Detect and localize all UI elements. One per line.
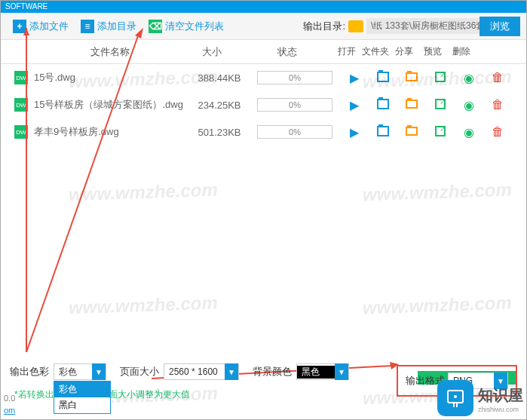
bottom-link[interactable]: om [4, 406, 15, 415]
clear-icon: ⌫ [149, 20, 162, 33]
file-thumb-icon: DW [14, 125, 28, 139]
chevron-down-icon[interactable]: ▼ [92, 363, 106, 380]
output-path: \纸 133套\厨房橱柜图纸36套 [366, 18, 480, 34]
eye-icon[interactable]: ◉ [462, 71, 476, 84]
open-folder-icon[interactable] [406, 127, 418, 136]
titlebar: SOFTWARE [1, 1, 526, 13]
output-dir-label: 输出目录: [303, 20, 345, 33]
table-header: 文件名称 大小 状态 打开 文件夹 分享 预览 删除 [1, 40, 526, 64]
clear-list-button[interactable]: ⌫ 清空文件列表 [142, 17, 230, 36]
bottom-num: 0.0 [4, 394, 15, 403]
header-open: 打开 [332, 45, 361, 58]
header-status: 状态 [242, 45, 332, 59]
header-name: 文件名称 [1, 45, 182, 59]
watermark: www.wmzhe.com [69, 179, 219, 206]
dropdown-item[interactable]: 彩色 [54, 382, 110, 397]
share-icon[interactable] [435, 126, 446, 136]
file-size: 388.44KB [189, 72, 250, 84]
watermark: www.wmzhe.com [363, 179, 513, 206]
open-file-icon[interactable] [377, 126, 389, 136]
file-thumb-icon: DW [14, 98, 28, 112]
table-row: DW孝丰9号样板房.dwg501.23KB0%▶◉🗑 [1, 118, 526, 146]
header-delete: 删除 [447, 45, 476, 58]
table-row: DW15号.dwg388.44KB0%▶◉🗑 [1, 64, 526, 91]
file-status: 0% [250, 98, 340, 112]
play-icon[interactable]: ▶ [348, 98, 361, 112]
browse-button[interactable]: 浏览 [480, 17, 520, 36]
list-icon: ≡ [81, 20, 94, 33]
share-icon[interactable] [435, 99, 446, 109]
bg-label: 背景颜色 [253, 365, 292, 379]
file-name: 15号样板房（绿城方案图纸）.dwg [28, 98, 189, 112]
toolbar: + 添加文件 ≡ 添加目录 ⌫ 清空文件列表 输出目录: \纸 133套\厨房橱… [1, 13, 526, 40]
file-name: 15号.dwg [28, 71, 189, 84]
folder-icon [348, 20, 363, 32]
chevron-down-icon[interactable]: ▼ [225, 363, 238, 380]
open-file-icon[interactable] [377, 99, 389, 109]
header-size: 大小 [182, 45, 242, 59]
color-dropdown: 彩色 黑白 [54, 381, 111, 414]
header-preview: 预览 [418, 45, 447, 58]
watermark: www.wmzhe.com [363, 293, 513, 319]
add-file-button[interactable]: + 添加文件 [7, 17, 75, 36]
color-label: 输出色彩 [10, 365, 49, 379]
trash-icon[interactable]: 🗑 [491, 71, 504, 84]
open-folder-icon[interactable] [406, 72, 418, 81]
table-row: DW15号样板房（绿城方案图纸）.dwg234.25KB0%▶◉🗑 [1, 91, 526, 118]
chevron-down-icon[interactable]: ▼ [335, 363, 348, 380]
open-folder-icon[interactable] [406, 100, 418, 109]
watermark: www.wmzhe.com [69, 293, 219, 319]
file-status: 0% [250, 125, 340, 139]
bg-select[interactable]: 黑色 ▼ [296, 363, 349, 380]
share-icon[interactable] [435, 72, 446, 82]
file-status: 0% [250, 71, 340, 84]
logo-text: 知识屋 zhishiwu.com [478, 385, 523, 413]
header-share: 分享 [390, 45, 418, 58]
page-select[interactable]: 2560 * 1600 ▼ [164, 363, 239, 380]
file-name: 孝丰9号样板房.dwg [28, 125, 189, 139]
logo-icon [437, 380, 473, 416]
add-file-icon: + [13, 20, 26, 33]
header-folder: 文件夹 [361, 45, 390, 58]
trash-icon[interactable]: 🗑 [491, 125, 504, 139]
svg-point-9 [454, 395, 457, 398]
file-thumb-icon: DW [14, 71, 28, 84]
color-select[interactable]: 彩色 ▼ 彩色 黑白 [54, 363, 106, 380]
open-file-icon[interactable] [377, 72, 389, 82]
eye-icon[interactable]: ◉ [462, 98, 476, 112]
trash-icon[interactable]: 🗑 [491, 98, 504, 112]
dropdown-item[interactable]: 黑白 [54, 397, 110, 413]
add-dir-button[interactable]: ≡ 添加目录 [75, 17, 142, 36]
play-icon[interactable]: ▶ [348, 71, 361, 84]
page-label: 页面大小 [120, 365, 159, 379]
play-icon[interactable]: ▶ [348, 125, 361, 139]
file-size: 234.25KB [189, 100, 250, 111]
file-size: 501.23KB [189, 127, 250, 138]
eye-icon[interactable]: ◉ [462, 125, 476, 139]
